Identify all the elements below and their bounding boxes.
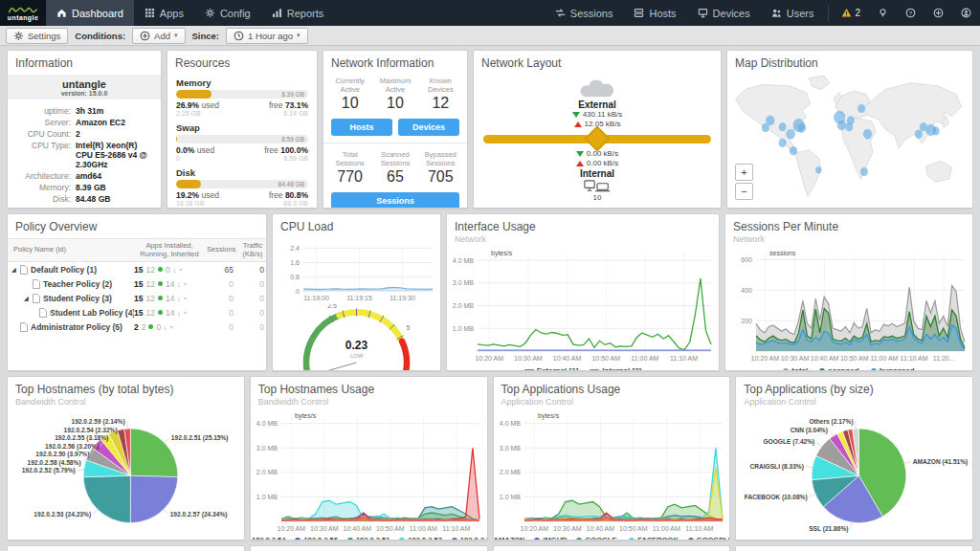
used-gb: 0 <box>176 155 180 162</box>
map-marker[interactable] <box>815 166 821 173</box>
nav-item-apps[interactable]: Apps <box>134 0 194 26</box>
nav-item-config[interactable]: Config <box>194 0 261 26</box>
nav-divider <box>828 5 829 21</box>
legend-item[interactable]: 192.0.2.54 <box>250 536 286 540</box>
nav-item-devices[interactable]: Devices <box>687 0 761 26</box>
policy-row[interactable]: Student Lab Policy (4)151214 ↓▾00 <box>8 305 266 320</box>
fullscreen-icon <box>933 8 944 18</box>
nav-item-users[interactable]: Users <box>761 0 825 26</box>
svg-text:?: ? <box>909 11 913 16</box>
clock-icon <box>234 31 244 41</box>
svg-text:11:10 AM: 11:10 AM <box>442 525 470 532</box>
top-hostnames-pie-widget: Top Hostnames (by total bytes) Bandwidth… <box>7 376 245 540</box>
top-applications-usage-widget: Top Applications Usage Application Contr… <box>493 376 731 540</box>
svg-text:192.0.2.57 (24.34%): 192.0.2.57 (24.34%) <box>170 511 228 518</box>
map-marker[interactable] <box>863 129 872 139</box>
map-marker[interactable] <box>847 117 854 124</box>
map-zoom-out-button[interactable]: − <box>735 183 753 200</box>
reports-icon <box>272 8 282 18</box>
policy-row[interactable]: Administrator Policy (5)220 ↓▾00 <box>8 320 266 334</box>
map-zoom-in-button[interactable]: + <box>735 164 753 181</box>
legend-item[interactable]: IMGUR <box>534 536 567 540</box>
lightbulb-icon <box>878 8 888 18</box>
map-marker[interactable] <box>779 122 786 130</box>
world-map[interactable]: + − <box>727 72 972 208</box>
svg-text:CNN (3.04%): CNN (3.04%) <box>791 427 828 434</box>
svg-text:10:50 AM: 10:50 AM <box>591 355 620 362</box>
nav-item-dashboard[interactable]: Dashboard <box>46 0 134 26</box>
map-marker[interactable] <box>779 139 786 146</box>
svg-text:11:20...: 11:20... <box>933 355 955 362</box>
legend-item[interactable]: GOOGPLUS <box>688 536 730 540</box>
svg-text:4.0 MB: 4.0 MB <box>499 420 521 427</box>
nav-item-reports[interactable]: Reports <box>261 0 335 26</box>
sessions-button[interactable]: Sessions <box>331 192 459 209</box>
nav-item-sessions[interactable]: Sessions <box>545 0 624 26</box>
legend-item[interactable]: GOOGLE <box>576 536 619 540</box>
used-percent: 26.9% used <box>176 100 219 110</box>
product-header: untangle version: 15.0.0 <box>8 75 161 99</box>
map-marker[interactable] <box>858 104 865 112</box>
map-marker[interactable] <box>790 147 796 155</box>
legend-item[interactable]: AMAZON <box>493 536 525 540</box>
product-name: untangle <box>8 78 161 90</box>
svg-text:10:20 AM: 10:20 AM <box>751 355 780 362</box>
resource-sections: Memory8.39 GB26.9% usedfree 73.1%2.25 GB… <box>167 74 317 209</box>
legend-item[interactable]: total <box>783 366 808 371</box>
svg-text:1.0 MB: 1.0 MB <box>499 494 521 500</box>
help-button[interactable]: ? <box>897 0 924 26</box>
account-button[interactable] <box>952 0 980 26</box>
widget-subtitle: Network <box>447 234 719 244</box>
map-marker[interactable] <box>915 130 922 138</box>
tree-caret-icon[interactable]: ◢ <box>11 266 17 273</box>
hosts-button[interactable]: Hosts <box>331 119 392 136</box>
network-backbone-bar[interactable] <box>483 135 710 143</box>
internal-label: Internal <box>580 168 614 179</box>
nav-item-hosts[interactable]: Hosts <box>623 0 686 26</box>
policy-row[interactable]: Teacher Policy (2)151214 ↓▾00 <box>8 276 266 291</box>
legend-item[interactable]: 192.0.2.56 <box>295 536 337 540</box>
svg-text:11:00 AM: 11:00 AM <box>652 525 679 532</box>
legend-item[interactable]: FACEBOOK <box>629 536 679 540</box>
map-marker[interactable] <box>837 121 846 130</box>
add-condition-button[interactable]: Add▾ <box>132 28 185 44</box>
fullscreen-button[interactable] <box>924 0 952 26</box>
download-arrow-icon <box>572 112 580 118</box>
settings-button[interactable]: Settings <box>6 28 68 44</box>
map-marker[interactable] <box>860 167 867 175</box>
free-gb: 6.14 GB <box>283 110 308 117</box>
notifications-button[interactable] <box>869 0 897 26</box>
map-marker[interactable] <box>762 123 768 131</box>
legend-item[interactable]: 192.0.2.55 <box>452 536 488 540</box>
svg-text:SSL (21.86%): SSL (21.86%) <box>809 525 848 533</box>
legend-item[interactable]: 192.0.2.53 <box>399 536 441 540</box>
untangle-logo[interactable]: untangle <box>0 0 46 26</box>
info-label: Server: <box>15 118 71 127</box>
alerts-button[interactable]: 2 <box>833 0 869 26</box>
map-marker[interactable] <box>920 122 926 130</box>
legend-item[interactable]: External [1] <box>524 366 579 371</box>
map-marker[interactable] <box>787 129 795 139</box>
internal-download-rate: 0.00 kB/s <box>587 149 618 159</box>
since-select[interactable]: 1 Hour ago▾ <box>226 28 308 44</box>
legend-item[interactable]: scanned <box>819 366 858 371</box>
tree-caret-icon[interactable]: ◢ <box>24 295 30 301</box>
devices-button[interactable]: Devices <box>398 119 459 136</box>
account-icon <box>961 8 971 18</box>
interface-node[interactable] <box>585 126 611 152</box>
policy-row[interactable]: ◢Default Policy (1)15120 ↓▾650 <box>8 262 266 276</box>
legend-item[interactable]: 192.0.2.51 <box>347 536 390 540</box>
map-marker[interactable] <box>797 122 806 132</box>
map-marker[interactable] <box>932 127 939 135</box>
policy-row[interactable]: ◢Student Policy (3)151214 ↓▾00 <box>8 291 266 305</box>
sessions-chart: 10:20 AM10:30 AM10:40 AM10:50 AM11:00 AM… <box>725 244 972 364</box>
map-marker[interactable] <box>767 116 775 125</box>
applications-pie-chart: Others (2.17%)CNN (3.04%)GOOGLE (7.42%)C… <box>736 407 972 540</box>
brand-label: untangle <box>8 14 38 21</box>
policy-traffic: 0 <box>237 294 267 303</box>
legend-item[interactable]: Internal [2] <box>590 366 641 371</box>
sessions-per-minute-widget: Sessions Per Minute Network 10:20 AM10:3… <box>724 213 973 371</box>
policy-traffic: 0 <box>237 322 267 332</box>
svg-text:11:10 AM: 11:10 AM <box>901 355 928 362</box>
legend-item[interactable]: bypassed <box>871 366 915 371</box>
